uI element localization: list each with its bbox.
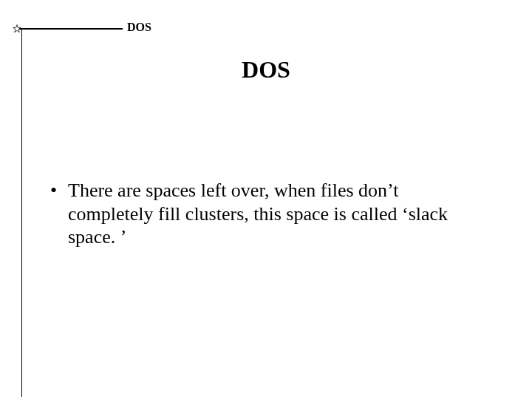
bullet-item: • There are spaces left over, when files… (50, 179, 486, 249)
page-title: DOS (0, 56, 532, 83)
bullet-text: There are spaces left over, when files d… (68, 179, 486, 249)
left-vertical-rule (21, 29, 22, 397)
header-label: DOS (127, 21, 151, 34)
header-divider (19, 28, 123, 30)
body-content: • There are spaces left over, when files… (50, 179, 486, 249)
slide: DOS DOS • There are spaces left over, wh… (0, 0, 532, 399)
bullet-marker: • (50, 179, 68, 202)
